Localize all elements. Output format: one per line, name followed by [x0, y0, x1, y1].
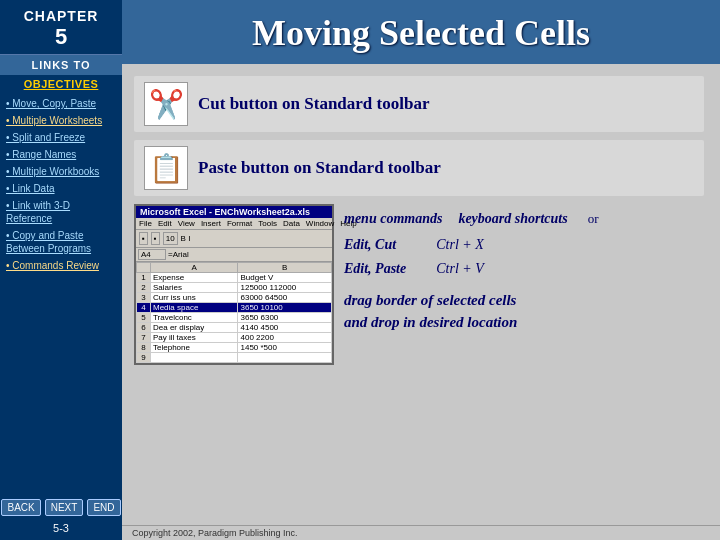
cell-ref: A4 — [138, 249, 166, 260]
row-header: 4 — [137, 303, 151, 313]
cut-button-label: Cut button on Standard toolbar — [198, 94, 429, 114]
next-button[interactable]: NEXT — [45, 499, 84, 516]
cmd-shortcuts: Edit, Cut Edit, Paste Ctrl + X Ctrl + V — [344, 233, 704, 281]
nav-item-label: • Link with 3-D Reference — [6, 200, 70, 224]
ss-menu-item[interactable]: View — [178, 219, 195, 228]
links-to-label: LINKS TO — [0, 55, 122, 75]
menu-kb-row: menu commands keyboard shortcuts or — [344, 208, 704, 229]
sidebar-nav-item[interactable]: • Range Names — [6, 148, 116, 161]
sidebar-nav-item[interactable]: • Copy and Paste Between Programs — [6, 229, 116, 255]
drag-line1: drag border of selected cells — [344, 289, 704, 312]
spreadsheet-mock: Microsoft Excel - ENChWorksheet2a.xls Fi… — [134, 204, 334, 365]
edit-paste-label: Edit, Paste — [344, 257, 406, 281]
table-row: 5Travelconc3650 6300 — [137, 313, 332, 323]
nav-item-label: • Link Data — [6, 183, 55, 194]
nav-buttons: BACK NEXT END — [1, 499, 120, 516]
left-commands: Edit, Cut Edit, Paste — [344, 233, 406, 281]
table-row: 7Pay ill taxes400 2200 — [137, 333, 332, 343]
content-area: ✂️ Cut button on Standard toolbar 📋 Past… — [122, 64, 720, 525]
cell-b: 400 2200 — [238, 333, 332, 343]
cell-a: Travelconc — [151, 313, 238, 323]
cut-button-row: ✂️ Cut button on Standard toolbar — [134, 76, 704, 132]
nav-item-label: • Multiple Workbooks — [6, 166, 99, 177]
ss-menu-item[interactable]: Window — [306, 219, 334, 228]
formula-text: =Arial — [168, 250, 189, 259]
page-indicator: 5-3 — [53, 522, 69, 534]
edit-paste-value: Ctrl + V — [436, 257, 484, 281]
chapter-header: CHAPTER 5 — [0, 0, 122, 55]
ss-menu-item[interactable]: Data — [283, 219, 300, 228]
ss-menu-item[interactable]: Format — [227, 219, 252, 228]
cell-a: Curr iss uns — [151, 293, 238, 303]
row-header: 9 — [137, 353, 151, 363]
paste-button-row: 📋 Paste button on Standard toolbar — [134, 140, 704, 196]
or-label: or — [588, 211, 599, 227]
col-header-a: A — [151, 263, 238, 273]
middle-section: Microsoft Excel - ENChWorksheet2a.xls Fi… — [134, 204, 704, 365]
chapter-label: CHAPTER — [4, 8, 118, 24]
tb-item[interactable]: ▪ — [139, 232, 148, 245]
row-header: 3 — [137, 293, 151, 303]
sidebar-nav-item[interactable]: • Move, Copy, Paste — [6, 97, 116, 110]
sidebar-nav-item[interactable]: • Commands Review — [6, 259, 116, 272]
nav-item-label: • Copy and Paste Between Programs — [6, 230, 91, 254]
commands-block: menu commands keyboard shortcuts or Edit… — [344, 204, 704, 338]
table-row: 8Telephone1450 *500 — [137, 343, 332, 353]
nav-item-label: • Commands Review — [6, 260, 99, 271]
nav-item-label: • Split and Freeze — [6, 132, 85, 143]
ss-grid: A B 1ExpenseBudget V2Salaries125000 1120… — [136, 262, 332, 363]
edit-cut-value: Ctrl + X — [436, 233, 484, 257]
cell-a: Salaries — [151, 283, 238, 293]
ss-menu-item[interactable]: Edit — [158, 219, 172, 228]
end-button[interactable]: END — [87, 499, 120, 516]
row-header: 8 — [137, 343, 151, 353]
back-button[interactable]: BACK — [1, 499, 40, 516]
sidebar-nav-item[interactable]: • Link Data — [6, 182, 116, 195]
ss-formula-bar: A4 =Arial — [136, 248, 332, 262]
row-header: 5 — [137, 313, 151, 323]
cell-b: 1450 *500 — [238, 343, 332, 353]
keyboard-shortcuts-label: keyboard shortcuts — [458, 208, 567, 229]
copyright-bar: Copyright 2002, Paradigm Publishing Inc. — [122, 525, 720, 540]
main-header: Moving Selected Cells — [122, 0, 720, 64]
tb-item[interactable]: ▪ — [151, 232, 160, 245]
row-header: 7 — [137, 333, 151, 343]
nav-item-label: • Move, Copy, Paste — [6, 98, 96, 109]
main-title: Moving Selected Cells — [142, 12, 700, 54]
cell-a: Media space — [151, 303, 238, 313]
right-values: Ctrl + X Ctrl + V — [436, 233, 484, 281]
objectives-label: OBJECTIVES — [0, 75, 122, 93]
ss-menu-item[interactable]: Tools — [258, 219, 277, 228]
chapter-number: 5 — [4, 24, 118, 50]
cell-a: Dea er display — [151, 323, 238, 333]
cell-a: Pay ill taxes — [151, 333, 238, 343]
paste-icon: 📋 — [144, 146, 188, 190]
table-row: 9 — [137, 353, 332, 363]
sidebar-nav-item[interactable]: • Multiple Worksheets — [6, 114, 116, 127]
table-row: 6Dea er display4140 4500 — [137, 323, 332, 333]
row-header: 6 — [137, 323, 151, 333]
nav-item-label: • Multiple Worksheets — [6, 115, 102, 126]
sidebar: CHAPTER 5 LINKS TO OBJECTIVES • Move, Co… — [0, 0, 122, 540]
row-header: 2 — [137, 283, 151, 293]
tb-item[interactable]: 10 — [163, 232, 178, 245]
ss-toolbar: ▪ ▪ 10 B I — [136, 230, 332, 248]
drag-text: drag border of selected cells and drop i… — [344, 289, 704, 334]
edit-cut-label: Edit, Cut — [344, 233, 406, 257]
drag-line2: and drop in desired location — [344, 311, 704, 334]
table-row: 1ExpenseBudget V — [137, 273, 332, 283]
cell-b: 125000 112000 — [238, 283, 332, 293]
sidebar-nav-item[interactable]: • Split and Freeze — [6, 131, 116, 144]
sidebar-nav-item[interactable]: • Link with 3-D Reference — [6, 199, 116, 225]
menu-commands-label: menu commands — [344, 208, 442, 229]
table-row: 3Curr iss uns63000 64500 — [137, 293, 332, 303]
main-content: Moving Selected Cells ✂️ Cut button on S… — [122, 0, 720, 540]
cell-a: Expense — [151, 273, 238, 283]
sidebar-nav-item[interactable]: • Multiple Workbooks — [6, 165, 116, 178]
cell-a: Telephone — [151, 343, 238, 353]
ss-menubar: FileEditViewInsertFormatToolsDataWindowH… — [136, 218, 332, 230]
table-row: 2Salaries125000 112000 — [137, 283, 332, 293]
ss-menu-item[interactable]: File — [139, 219, 152, 228]
tb-font: B I — [181, 234, 191, 243]
ss-menu-item[interactable]: Insert — [201, 219, 221, 228]
